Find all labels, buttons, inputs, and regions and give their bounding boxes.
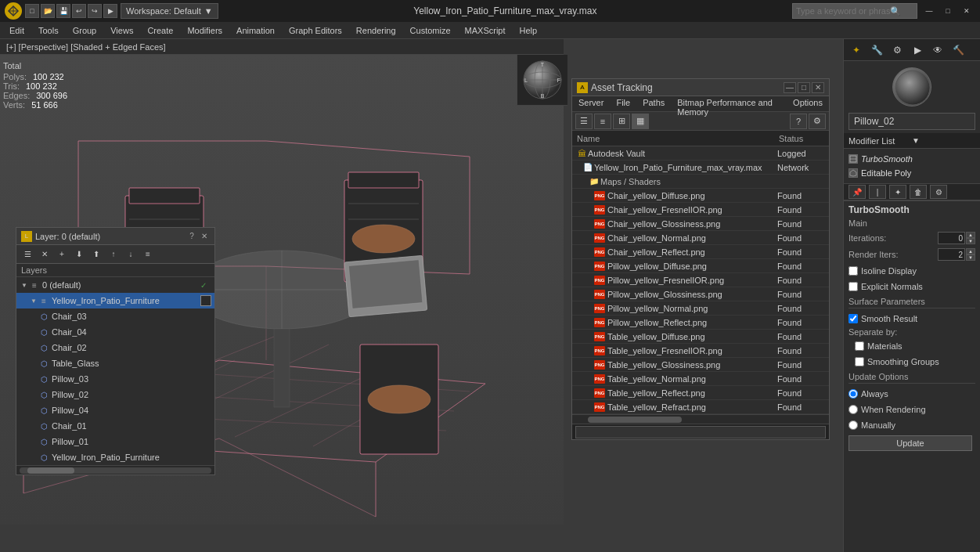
asset-row-maxfile[interactable]: 📄 Yellow_Iron_Patio_Furniture_max_vray.m… <box>572 161 829 175</box>
minimize-button[interactable]: — <box>921 5 938 17</box>
layer-tool-up[interactable]: ⬆ <box>88 247 104 262</box>
render-iters-down[interactable]: ▼ <box>966 254 975 261</box>
layer-list[interactable]: ▼ ≡ 0 (default) ✓ ▼ ≡ Yellow_Iron_Patio_… <box>16 277 214 465</box>
asset-tool-1[interactable]: ☰ <box>575 114 593 129</box>
make-unique[interactable]: ✦ <box>889 185 906 199</box>
expand-icon[interactable]: ▼ <box>20 280 29 290</box>
iterations-up[interactable]: ▲ <box>966 232 975 238</box>
layer-tool-move-down[interactable]: ↓ <box>123 247 139 262</box>
show-end-result[interactable]: | <box>869 185 886 199</box>
layer-item-yellow-iron[interactable]: ▼ ≡ Yellow_Iron_Patio_Furniture <box>16 293 214 308</box>
asset-row-4[interactable]: PNG Chair_yellow_Reflect.png Found <box>572 245 829 259</box>
layer-item-pillow03[interactable]: ⬡ Pillow_03 <box>16 371 214 387</box>
menu-graph-editors[interactable]: Graph Editors <box>283 24 348 37</box>
utilities-icon[interactable]: 🔨 <box>949 41 967 60</box>
asset-row-14[interactable]: PNG Table_yellow_Reflect.png Found <box>572 386 829 400</box>
asset-tool-settings[interactable]: ⚙ <box>809 114 826 129</box>
modifier-turbosmooth[interactable]: TurboSmooth <box>844 152 980 166</box>
asset-row-7[interactable]: PNG Pillow_yellow_Glossiness.png Found <box>572 287 829 301</box>
asset-tool-4[interactable]: ▦ <box>632 114 649 129</box>
scrollbar-thumb[interactable] <box>27 467 74 474</box>
asset-panel-close[interactable]: ✕ <box>812 82 824 93</box>
asset-row-9[interactable]: PNG Pillow_yellow_Reflect.png Found <box>572 316 829 330</box>
asset-row-5[interactable]: PNG Pillow_yellow_Diffuse.png Found <box>572 259 829 273</box>
menu-group[interactable]: Group <box>67 24 103 37</box>
modifier-dropdown-icon[interactable]: ▼ <box>912 136 975 145</box>
menu-create[interactable]: Create <box>141 24 179 37</box>
layer-item-pillow01[interactable]: ⬡ Pillow_01 <box>16 434 214 449</box>
render-icon[interactable]: ▶ <box>103 4 117 18</box>
menu-views[interactable]: Views <box>104 24 139 37</box>
undo-icon[interactable]: ↩ <box>72 4 86 18</box>
asset-row-15[interactable]: PNG Table_yellow_Refract.png Found <box>572 400 829 414</box>
layer-item-pillow02[interactable]: ⬡ Pillow_02 <box>16 387 214 402</box>
when-rendering-radio[interactable] <box>848 405 858 414</box>
search-icon[interactable]: 🔍 <box>890 6 901 16</box>
motion-icon[interactable]: ▶ <box>908 41 927 60</box>
layer-item-chair04[interactable]: ⬡ Chair_04 <box>16 324 214 340</box>
asset-row-13[interactable]: PNG Table_yellow_Normal.png Found <box>572 372 829 386</box>
layer-item-pillow04[interactable]: ⬡ Pillow_04 <box>16 402 214 418</box>
smooth-result-checkbox[interactable] <box>848 314 858 323</box>
modifier-visibility-icon[interactable] <box>848 154 858 164</box>
asset-row-1[interactable]: PNG Chair_yellow_FresnelIOR.png Found <box>572 203 829 217</box>
layer-panel-help-button[interactable]: ? <box>186 231 197 242</box>
isoline-display-checkbox[interactable] <box>848 266 858 276</box>
visibility-box[interactable] <box>200 295 211 306</box>
menu-modifiers[interactable]: Modifiers <box>181 24 229 37</box>
update-button[interactable]: Update <box>848 435 972 451</box>
iterations-down[interactable]: ▼ <box>966 238 975 244</box>
asset-hscroll[interactable] <box>572 414 829 424</box>
menu-rendering[interactable]: Rendering <box>350 24 402 37</box>
asset-menu-paths[interactable]: Paths <box>636 96 671 111</box>
layer-item-chair01[interactable]: ⬡ Chair_01 <box>16 418 214 434</box>
asset-tool-2[interactable]: ≡ <box>594 114 611 129</box>
create-icon[interactable]: ✦ <box>847 41 866 60</box>
render-iters-up[interactable]: ▲ <box>966 248 975 254</box>
asset-row-12[interactable]: PNG Table_yellow_Glossiness.png Found <box>572 358 829 372</box>
asset-status-input[interactable] <box>575 426 826 438</box>
asset-menu-server[interactable]: Server <box>572 96 610 111</box>
search-box[interactable]: 🔍 <box>792 3 917 19</box>
modify-icon[interactable]: 🔧 <box>867 41 886 60</box>
layer-tool-delete[interactable]: ✕ <box>37 247 52 262</box>
layer-tool-down[interactable]: ⬇ <box>71 247 87 262</box>
layer-item-yellow-iron-child[interactable]: ⬡ Yellow_Iron_Patio_Furniture <box>16 449 214 465</box>
menu-animation[interactable]: Animation <box>230 24 281 37</box>
asset-row-8[interactable]: PNG Pillow_yellow_Normal.png Found <box>572 301 829 316</box>
explicit-normals-checkbox[interactable] <box>848 282 858 291</box>
search-input[interactable] <box>796 6 890 16</box>
asset-menu-options[interactable]: Options <box>787 96 829 111</box>
modifier-editable-poly[interactable]: Editable Poly <box>844 166 980 180</box>
asset-panel-minimize[interactable]: — <box>784 82 796 93</box>
layer-tool-move-up[interactable]: ↑ <box>106 247 121 262</box>
manually-radio[interactable] <box>848 420 858 430</box>
asset-tool-help[interactable]: ? <box>790 114 807 129</box>
pin-tool[interactable]: 📌 <box>848 185 866 199</box>
asset-row-10[interactable]: PNG Table_yellow_Diffuse.png Found <box>572 330 829 344</box>
asset-menu-bitmap[interactable]: Bitmap Performance and Memory <box>671 96 787 111</box>
layer-tool-add[interactable]: + <box>54 247 70 262</box>
new-file-icon[interactable]: □ <box>25 4 39 18</box>
expand-icon[interactable]: ▼ <box>29 296 38 305</box>
asset-hscroll-thumb[interactable] <box>588 417 682 423</box>
layer-scrollbar[interactable] <box>16 465 214 474</box>
asset-row-2[interactable]: PNG Chair_yellow_Glossiness.png Found <box>572 217 829 231</box>
menu-help[interactable]: Help <box>513 24 544 37</box>
configure-modifier[interactable]: ⚙ <box>930 185 947 199</box>
menu-maxscript[interactable]: MAXScript <box>459 24 512 37</box>
close-button[interactable]: ✕ <box>958 5 975 17</box>
asset-row-maps-folder[interactable]: 📁 Maps / Shaders <box>572 175 829 189</box>
render-iters-input[interactable] <box>938 248 965 261</box>
asset-menu-file[interactable]: File <box>610 96 636 111</box>
hierarchy-icon[interactable]: ⚙ <box>888 41 906 60</box>
layer-item-default[interactable]: ▼ ≡ 0 (default) ✓ <box>16 277 214 293</box>
asset-row-6[interactable]: PNG Pillow_yellow_FresnelIOR.png Found <box>572 273 829 287</box>
materials-checkbox[interactable] <box>855 341 864 351</box>
remove-modifier[interactable]: 🗑 <box>910 185 927 199</box>
asset-row-vault[interactable]: 🏛 Autodesk Vault Logged <box>572 146 829 161</box>
layer-item-table-glass[interactable]: ⬡ Table_Glass <box>16 355 214 371</box>
asset-row-11[interactable]: PNG Table_yellow_FresnelIOR.png Found <box>572 344 829 358</box>
layer-item-chair03[interactable]: ⬡ Chair_03 <box>16 308 214 324</box>
asset-panel-maximize[interactable]: □ <box>798 82 810 93</box>
